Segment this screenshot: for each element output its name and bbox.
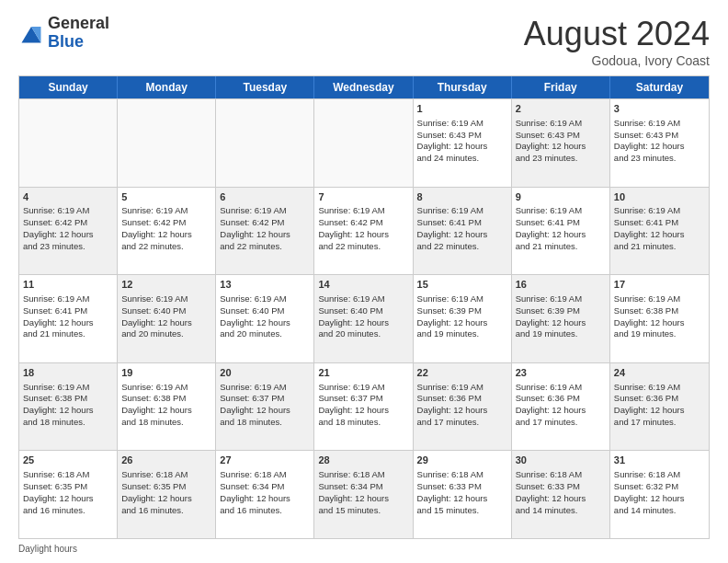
calendar-cell: 15Sunrise: 6:19 AM Sunset: 6:39 PM Dayli…	[414, 275, 512, 362]
calendar-cell: 23Sunrise: 6:19 AM Sunset: 6:36 PM Dayli…	[512, 363, 610, 451]
day-info: Sunrise: 6:19 AM Sunset: 6:38 PM Dayligh…	[23, 382, 113, 429]
calendar-cell: 30Sunrise: 6:18 AM Sunset: 6:33 PM Dayli…	[512, 451, 610, 538]
day-info: Sunrise: 6:19 AM Sunset: 6:37 PM Dayligh…	[220, 382, 310, 429]
day-number: 19	[121, 366, 211, 380]
calendar-cell: 22Sunrise: 6:19 AM Sunset: 6:36 PM Dayli…	[414, 363, 512, 451]
day-number: 10	[614, 190, 705, 204]
day-number: 8	[417, 190, 507, 204]
calendar-cell: 19Sunrise: 6:19 AM Sunset: 6:38 PM Dayli…	[118, 363, 216, 451]
day-info: Sunrise: 6:19 AM Sunset: 6:42 PM Dayligh…	[318, 205, 408, 252]
calendar-cell	[118, 99, 216, 187]
calendar-row: 25Sunrise: 6:18 AM Sunset: 6:35 PM Dayli…	[19, 450, 709, 538]
day-info: Sunrise: 6:19 AM Sunset: 6:38 PM Dayligh…	[121, 382, 211, 429]
day-info: Sunrise: 6:19 AM Sunset: 6:36 PM Dayligh…	[614, 382, 705, 429]
day-info: Sunrise: 6:19 AM Sunset: 6:41 PM Dayligh…	[516, 205, 606, 252]
calendar-cell	[19, 99, 118, 187]
day-number: 28	[318, 454, 408, 467]
day-number: 14	[318, 278, 408, 292]
weekday-header: Friday	[512, 76, 610, 98]
day-number: 18	[23, 366, 113, 380]
day-number: 16	[516, 278, 606, 292]
logo-general: General	[48, 15, 109, 33]
day-number: 11	[23, 278, 113, 292]
title-block: August 2024 Godoua, Ivory Coast	[524, 15, 710, 68]
day-number: 23	[516, 366, 606, 380]
day-number: 29	[417, 454, 507, 467]
calendar-cell: 21Sunrise: 6:19 AM Sunset: 6:37 PM Dayli…	[314, 363, 413, 451]
calendar-cell: 24Sunrise: 6:19 AM Sunset: 6:36 PM Dayli…	[610, 363, 709, 451]
calendar-cell: 4Sunrise: 6:19 AM Sunset: 6:42 PM Daylig…	[19, 188, 118, 275]
weekday-header: Monday	[118, 76, 216, 98]
day-number: 25	[23, 454, 113, 467]
day-number: 24	[614, 366, 705, 380]
day-info: Sunrise: 6:19 AM Sunset: 6:36 PM Dayligh…	[417, 382, 507, 429]
calendar-cell: 14Sunrise: 6:19 AM Sunset: 6:40 PM Dayli…	[314, 275, 413, 362]
weekday-header: Tuesday	[216, 76, 314, 98]
weekday-header: Saturday	[610, 76, 709, 98]
day-number: 30	[516, 454, 606, 467]
calendar-cell: 7Sunrise: 6:19 AM Sunset: 6:42 PM Daylig…	[314, 188, 413, 275]
calendar-cell: 27Sunrise: 6:18 AM Sunset: 6:34 PM Dayli…	[216, 451, 314, 538]
day-number: 13	[220, 278, 310, 292]
calendar: SundayMondayTuesdayWednesdayThursdayFrid…	[18, 75, 710, 539]
calendar-cell: 11Sunrise: 6:19 AM Sunset: 6:41 PM Dayli…	[19, 275, 118, 362]
day-number: 17	[614, 278, 705, 292]
page: General Blue August 2024 Godoua, Ivory C…	[0, 0, 728, 563]
day-number: 22	[417, 366, 507, 380]
calendar-cell: 1Sunrise: 6:19 AM Sunset: 6:43 PM Daylig…	[414, 99, 512, 187]
day-number: 9	[516, 190, 606, 204]
calendar-cell: 28Sunrise: 6:18 AM Sunset: 6:34 PM Dayli…	[314, 451, 413, 538]
day-number: 6	[220, 190, 310, 204]
calendar-row: 11Sunrise: 6:19 AM Sunset: 6:41 PM Dayli…	[19, 274, 709, 362]
calendar-cell: 12Sunrise: 6:19 AM Sunset: 6:40 PM Dayli…	[118, 275, 216, 362]
day-info: Sunrise: 6:19 AM Sunset: 6:42 PM Dayligh…	[121, 205, 211, 252]
weekday-header: Sunday	[19, 76, 118, 98]
day-number: 26	[121, 454, 211, 467]
calendar-cell: 8Sunrise: 6:19 AM Sunset: 6:41 PM Daylig…	[414, 188, 512, 275]
header: General Blue August 2024 Godoua, Ivory C…	[18, 15, 710, 68]
calendar-cell: 29Sunrise: 6:18 AM Sunset: 6:33 PM Dayli…	[414, 451, 512, 538]
calendar-row: 4Sunrise: 6:19 AM Sunset: 6:42 PM Daylig…	[19, 187, 709, 275]
day-info: Sunrise: 6:19 AM Sunset: 6:41 PM Dayligh…	[23, 293, 113, 340]
day-number: 20	[220, 366, 310, 380]
day-info: Sunrise: 6:19 AM Sunset: 6:40 PM Dayligh…	[220, 293, 310, 340]
day-info: Sunrise: 6:19 AM Sunset: 6:39 PM Dayligh…	[516, 293, 606, 340]
calendar-cell: 26Sunrise: 6:18 AM Sunset: 6:35 PM Dayli…	[118, 451, 216, 538]
day-number: 12	[121, 278, 211, 292]
logo: General Blue	[18, 15, 109, 52]
calendar-cell: 2Sunrise: 6:19 AM Sunset: 6:43 PM Daylig…	[512, 99, 610, 187]
day-info: Sunrise: 6:19 AM Sunset: 6:38 PM Dayligh…	[614, 293, 705, 340]
day-info: Sunrise: 6:19 AM Sunset: 6:37 PM Dayligh…	[318, 382, 408, 429]
logo-text: General Blue	[48, 15, 109, 52]
day-info: Sunrise: 6:18 AM Sunset: 6:33 PM Dayligh…	[516, 469, 606, 516]
calendar-cell: 16Sunrise: 6:19 AM Sunset: 6:39 PM Dayli…	[512, 275, 610, 362]
day-number: 5	[121, 190, 211, 204]
day-number: 3	[614, 102, 705, 116]
day-info: Sunrise: 6:19 AM Sunset: 6:41 PM Dayligh…	[614, 205, 705, 252]
day-info: Sunrise: 6:18 AM Sunset: 6:35 PM Dayligh…	[121, 469, 211, 516]
calendar-cell: 20Sunrise: 6:19 AM Sunset: 6:37 PM Dayli…	[216, 363, 314, 451]
calendar-cell: 31Sunrise: 6:18 AM Sunset: 6:32 PM Dayli…	[610, 451, 709, 538]
weekday-header: Thursday	[414, 76, 512, 98]
calendar-cell	[314, 99, 413, 187]
day-info: Sunrise: 6:19 AM Sunset: 6:42 PM Dayligh…	[220, 205, 310, 252]
day-number: 31	[614, 454, 705, 467]
day-info: Sunrise: 6:19 AM Sunset: 6:36 PM Dayligh…	[516, 382, 606, 429]
calendar-cell: 6Sunrise: 6:19 AM Sunset: 6:42 PM Daylig…	[216, 188, 314, 275]
day-number: 21	[318, 366, 408, 380]
day-info: Sunrise: 6:18 AM Sunset: 6:34 PM Dayligh…	[318, 469, 408, 516]
day-info: Sunrise: 6:19 AM Sunset: 6:39 PM Dayligh…	[417, 293, 507, 340]
day-info: Sunrise: 6:19 AM Sunset: 6:42 PM Dayligh…	[23, 205, 113, 252]
day-info: Sunrise: 6:18 AM Sunset: 6:33 PM Dayligh…	[417, 469, 507, 516]
day-info: Sunrise: 6:18 AM Sunset: 6:34 PM Dayligh…	[220, 469, 310, 516]
calendar-cell: 25Sunrise: 6:18 AM Sunset: 6:35 PM Dayli…	[19, 451, 118, 538]
day-number: 1	[417, 102, 507, 116]
calendar-row: 1Sunrise: 6:19 AM Sunset: 6:43 PM Daylig…	[19, 98, 709, 187]
day-info: Sunrise: 6:19 AM Sunset: 6:43 PM Dayligh…	[417, 118, 507, 165]
footer-label: Daylight hours	[18, 544, 710, 554]
calendar-cell: 10Sunrise: 6:19 AM Sunset: 6:41 PM Dayli…	[610, 188, 709, 275]
day-info: Sunrise: 6:19 AM Sunset: 6:43 PM Dayligh…	[614, 118, 705, 165]
calendar-header: SundayMondayTuesdayWednesdayThursdayFrid…	[19, 76, 709, 98]
calendar-cell: 13Sunrise: 6:19 AM Sunset: 6:40 PM Dayli…	[216, 275, 314, 362]
day-number: 2	[516, 102, 606, 116]
